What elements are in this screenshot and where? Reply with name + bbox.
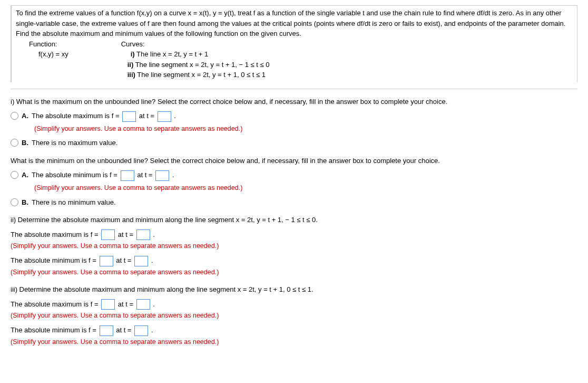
hint-i-max-a: (Simplify your answers. Use a comma to s… xyxy=(34,124,577,134)
hint-ii-min: (Simplify your answers. Use a comma to s… xyxy=(11,267,577,277)
hint-i-min-a: (Simplify your answers. Use a comma to s… xyxy=(34,183,577,193)
option-a-text: The absolute minimum is f = at t = . xyxy=(32,170,174,181)
option-label-a: A. xyxy=(22,111,28,121)
input-f[interactable] xyxy=(100,325,113,336)
option-a-text: The absolute maximum is f = at t = . xyxy=(32,111,176,122)
problem-statement: To find the extreme values of a function… xyxy=(11,5,577,82)
function-label: Function: xyxy=(29,39,68,50)
function-col: Function: f(x,y) = xy xyxy=(29,39,68,80)
part-i-max: i) What is the maximum on the unbounded … xyxy=(11,97,577,148)
part-iii: iii) Determine the absolute maximum and … xyxy=(11,284,577,347)
part-i-max-question: i) What is the maximum on the unbounded … xyxy=(11,97,577,107)
part-iii-question: iii) Determine the absolute maximum and … xyxy=(11,284,577,295)
curve-i: i) The line x = 2t, y = t + 1 xyxy=(131,49,270,60)
option-i-max-a[interactable]: A. The absolute maximum is f = at t = . xyxy=(11,111,577,122)
curve-ii: ii) The line segment x = 2t, y = t + 1, … xyxy=(128,60,270,70)
input-f[interactable] xyxy=(100,256,113,266)
input-t[interactable] xyxy=(134,325,148,336)
input-t[interactable] xyxy=(136,299,150,310)
input-f[interactable] xyxy=(101,299,115,310)
part-i-min-question: What is the minimum on the unbounded lin… xyxy=(11,156,577,166)
curve-iii: iii) The line segment x = 2t, y = t + 1,… xyxy=(128,70,270,80)
intro-text: To find the extreme values of a function… xyxy=(16,8,573,39)
radio-icon[interactable] xyxy=(11,198,18,206)
option-i-min-b[interactable]: B. There is no minimum value. xyxy=(11,197,577,208)
radio-icon[interactable] xyxy=(11,112,18,120)
radio-icon[interactable] xyxy=(11,171,18,179)
hint-iii-max: (Simplify your answers. Use a comma to s… xyxy=(11,311,577,321)
part-ii-question: ii) Determine the absolute maximum and m… xyxy=(11,215,577,225)
input-t[interactable] xyxy=(134,256,148,266)
part-ii: ii) Determine the absolute maximum and m… xyxy=(11,215,577,277)
setup-row: Function: f(x,y) = xy Curves: i) The lin… xyxy=(29,39,573,80)
option-label-b: B. xyxy=(22,138,28,148)
input-t[interactable] xyxy=(136,229,150,240)
ii-min-line: The absolute minimum is f = at t = . xyxy=(11,255,577,266)
option-i-max-b[interactable]: B. There is no maximum value. xyxy=(11,138,577,148)
input-f[interactable] xyxy=(101,229,115,240)
iii-max-line: The absolute maximum is f = at t = . xyxy=(11,299,577,310)
hint-ii-max: (Simplify your answers. Use a comma to s… xyxy=(11,241,577,251)
input-f[interactable] xyxy=(121,170,134,181)
radio-icon[interactable] xyxy=(11,139,18,147)
ii-max-line: The absolute maximum is f = at t = . xyxy=(11,229,577,241)
option-b-text: There is no maximum value. xyxy=(32,138,117,148)
input-f[interactable] xyxy=(122,111,136,122)
divider xyxy=(11,89,577,89)
part-i-min: What is the minimum on the unbounded lin… xyxy=(11,156,577,207)
function-def: f(x,y) = xy xyxy=(38,49,68,60)
curves-label: Curves: xyxy=(121,39,270,50)
curves-col: Curves: i) The line x = 2t, y = t + 1 ii… xyxy=(121,39,270,80)
hint-iii-min: (Simplify your answers. Use a comma to s… xyxy=(11,337,577,347)
iii-min-line: The absolute minimum is f = at t = . xyxy=(11,325,577,336)
option-label-b: B. xyxy=(22,197,28,208)
option-i-min-a[interactable]: A. The absolute minimum is f = at t = . xyxy=(11,170,577,181)
option-label-a: A. xyxy=(22,170,28,180)
input-t[interactable] xyxy=(158,111,171,122)
input-t[interactable] xyxy=(155,170,169,181)
option-b-text: There is no minimum value. xyxy=(32,197,116,208)
